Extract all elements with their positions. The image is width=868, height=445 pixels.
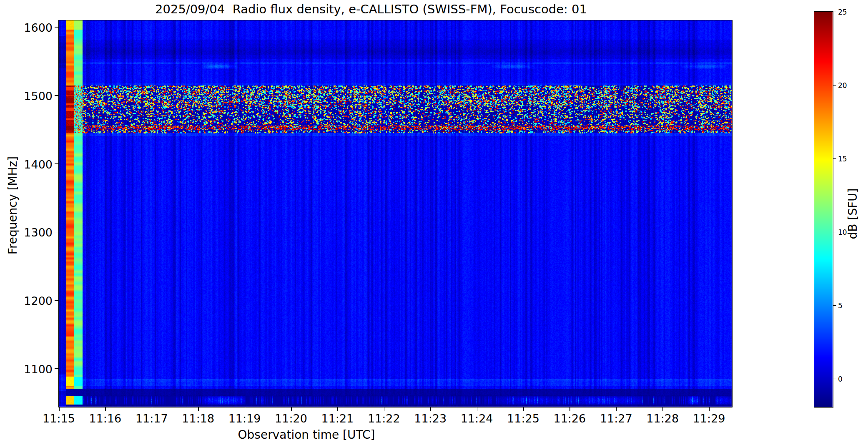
x-tick-mark <box>245 407 246 411</box>
x-tick-mark <box>616 407 617 411</box>
x-tick-mark <box>291 407 292 411</box>
y-tick-label: 1300 <box>12 226 53 239</box>
x-tick-mark <box>384 407 385 411</box>
x-tick-mark <box>337 407 338 411</box>
x-tick-mark <box>662 407 663 411</box>
spectrogram-canvas <box>59 20 732 407</box>
colorbar-tick-label: 20 <box>838 81 863 90</box>
chart-title: 2025/09/04 Radio flux density, e-CALLIST… <box>0 2 742 16</box>
x-tick-label: 11:23 <box>405 412 455 425</box>
colorbar-canvas <box>814 12 833 407</box>
colorbar-tick-mark <box>833 158 836 159</box>
x-tick-label: 11:21 <box>312 412 362 425</box>
colorbar-tick-mark <box>833 379 836 380</box>
x-tick-label: 11:29 <box>684 412 734 425</box>
x-tick-label: 11:25 <box>498 412 548 425</box>
plot-area <box>58 20 733 407</box>
x-tick-mark <box>59 407 60 411</box>
x-tick-mark <box>152 407 153 411</box>
x-tick-mark <box>569 407 570 411</box>
x-tick-label: 11:15 <box>34 412 84 425</box>
y-tick-mark <box>55 368 58 369</box>
colorbar-tick-label: 25 <box>838 8 863 16</box>
x-tick-mark <box>477 407 478 411</box>
x-tick-label: 11:26 <box>544 412 595 425</box>
colorbar-tick-mark <box>833 12 836 13</box>
x-axis-label: Observation time [UTC] <box>181 428 431 442</box>
colorbar <box>814 11 833 408</box>
x-tick-label: 11:22 <box>359 412 409 425</box>
x-tick-label: 11:28 <box>637 412 687 425</box>
x-tick-label: 11:18 <box>173 412 223 425</box>
x-tick-label: 11:17 <box>127 412 177 425</box>
x-tick-label: 11:16 <box>80 412 130 425</box>
colorbar-tick-mark <box>833 85 836 86</box>
x-tick-label: 11:19 <box>220 412 270 425</box>
x-tick-label: 11:24 <box>452 412 502 425</box>
colorbar-tick-mark <box>833 305 836 306</box>
x-tick-mark <box>198 407 199 411</box>
colorbar-tick-mark <box>833 232 836 233</box>
y-axis-label: Frequency [MHz] <box>6 108 20 304</box>
x-tick-mark <box>105 407 106 411</box>
x-tick-mark <box>523 407 524 411</box>
x-tick-label: 11:27 <box>591 412 641 425</box>
y-tick-label: 1500 <box>12 90 53 103</box>
y-tick-label: 1400 <box>12 158 53 171</box>
x-tick-mark <box>430 407 431 411</box>
y-tick-label: 1600 <box>12 21 53 34</box>
spectrogram-figure: 2025/09/04 Radio flux density, e-CALLIST… <box>0 0 868 445</box>
y-tick-mark <box>55 163 58 164</box>
x-tick-mark <box>709 407 710 411</box>
colorbar-label: dB [SFU] <box>846 116 860 312</box>
colorbar-tick-label: 0 <box>838 375 863 383</box>
y-tick-mark <box>55 300 58 301</box>
y-tick-mark <box>55 232 58 233</box>
y-tick-mark <box>55 95 58 96</box>
y-tick-mark <box>55 27 58 28</box>
y-tick-label: 1200 <box>12 294 53 307</box>
y-tick-label: 1100 <box>12 363 53 376</box>
x-tick-label: 11:20 <box>266 412 316 425</box>
